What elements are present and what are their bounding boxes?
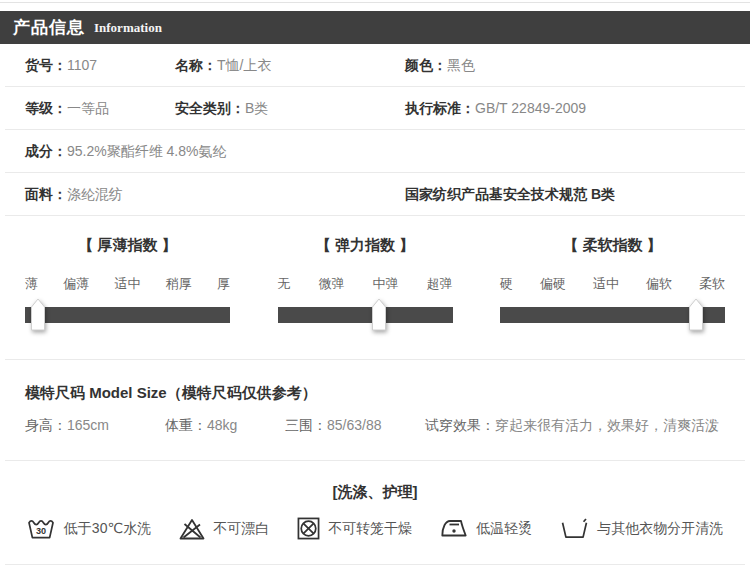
table-row: 面料：涤纶混纺 国家纺织产品基安全技术规范 B类 (0, 173, 750, 215)
care-label: 低于30℃水洗 (64, 520, 151, 538)
slider-scale-labels: 无 微弹 中弹 超弹 (278, 275, 453, 293)
field-color: 颜色：黑色 (405, 56, 750, 75)
field-product-name: 名称：T恤/上衣 (175, 56, 405, 75)
slider-scale-labels: 薄 偏薄 适中 稍厚 厚 (25, 275, 230, 293)
care-item-separate-wash: 与其他衣物分开清洗 (560, 518, 723, 539)
slider-thickness: 【 厚薄指数 】 薄 偏薄 适中 稍厚 厚 (25, 236, 230, 323)
svg-text:30: 30 (36, 526, 46, 536)
info-table: 货号：1107 名称：T恤/上衣 颜色：黑色 等级：一等品 安全类别：B类 执行… (0, 44, 750, 216)
scale-label: 稍厚 (166, 275, 192, 293)
care-section-title: [洗涤、护理] (0, 483, 750, 502)
product-info-page: 产品信息 Information 货号：1107 名称：T恤/上衣 颜色：黑色 … (0, 2, 750, 565)
no-bleach-icon (179, 518, 205, 540)
scale-label: 中弹 (373, 275, 399, 293)
scale-label: 柔软 (699, 275, 725, 293)
field-height: 身高：165cm (25, 416, 165, 435)
care-label: 不可漂白 (213, 520, 269, 538)
scale-label: 适中 (593, 275, 619, 293)
field-measurements: 三围：85/63/88 (285, 416, 425, 435)
field-national-standard: 国家纺织产品基安全技术规范 B类 (405, 185, 750, 204)
scale-label: 超弹 (427, 275, 453, 293)
slider-thumb[interactable] (688, 298, 703, 331)
slider-title: 【 柔软指数 】 (500, 236, 725, 255)
scale-label: 微弹 (319, 275, 345, 293)
section-header-bar: 产品信息 Information (0, 11, 750, 44)
slider-title: 【 厚薄指数 】 (25, 236, 230, 255)
table-row: 等级：一等品 安全类别：B类 执行标准：GB/T 22849-2009 (0, 87, 750, 129)
slider-thumb[interactable] (31, 298, 46, 331)
wash-30-icon: 30 (27, 517, 56, 540)
scale-label: 偏薄 (63, 275, 89, 293)
scale-label: 偏软 (646, 275, 672, 293)
field-fit-effect: 试穿效果：穿起来很有活力，效果好，清爽活泼 (425, 416, 725, 435)
care-item-no-tumble-dry: 不可转笼干燥 (297, 517, 412, 540)
slider-title: 【 弹力指数 】 (278, 236, 453, 255)
no-tumble-dry-icon (297, 517, 320, 540)
scale-label: 厚 (217, 275, 230, 293)
care-item-no-bleach: 不可漂白 (179, 518, 269, 540)
iron-low-icon (440, 518, 468, 539)
section-divider (5, 460, 745, 461)
scale-label: 适中 (115, 275, 141, 293)
slider-elasticity: 【 弹力指数 】 无 微弹 中弹 超弹 (278, 236, 453, 323)
top-divider (0, 2, 750, 3)
care-label: 不可转笼干燥 (328, 520, 412, 538)
field-composition: 成分：95.2%聚酯纤维 4.8%氨纶 (25, 142, 750, 161)
care-label: 与其他衣物分开清洗 (597, 520, 723, 538)
scale-label: 无 (278, 275, 291, 293)
model-size-section: 模特尺码 Model Size（模特尺码仅供参考） 身高：165cm 体重：48… (0, 360, 750, 435)
table-row: 货号：1107 名称：T恤/上衣 颜色：黑色 (0, 44, 750, 86)
field-fabric: 面料：涤纶混纺 (25, 185, 405, 204)
field-item-code: 货号：1107 (25, 56, 175, 75)
table-row: 成分：95.2%聚酯纤维 4.8%氨纶 (0, 130, 750, 172)
model-size-fields: 身高：165cm 体重：48kg 三围：85/63/88 试穿效果：穿起来很有活… (25, 416, 725, 435)
slider-track (278, 307, 453, 323)
scale-label: 薄 (25, 275, 38, 293)
slider-scale-labels: 硬 偏硬 适中 偏软 柔软 (500, 275, 725, 293)
slider-thumb[interactable] (372, 298, 387, 331)
index-sliders: 【 厚薄指数 】 薄 偏薄 适中 稍厚 厚 【 弹力指数 】 无 微弹 中弹 超… (0, 216, 750, 323)
model-size-heading: 模特尺码 Model Size（模特尺码仅供参考） (25, 384, 725, 403)
page-title: 产品信息 (13, 16, 85, 39)
care-label: 低温轻烫 (476, 520, 532, 538)
field-grade: 等级：一等品 (25, 99, 175, 118)
field-safety-class: 安全类别：B类 (175, 99, 405, 118)
bottom-divider (5, 564, 745, 565)
separate-wash-icon (560, 518, 589, 539)
field-standard: 执行标准：GB/T 22849-2009 (405, 99, 750, 118)
field-weight: 体重：48kg (165, 416, 285, 435)
scale-label: 硬 (500, 275, 513, 293)
slider-track (25, 307, 230, 323)
care-icons-row: 30 低于30℃水洗 不可漂白 不可转笼干燥 (0, 517, 750, 540)
slider-track (500, 307, 725, 323)
care-item-wash: 30 低于30℃水洗 (27, 517, 151, 540)
slider-softness: 【 柔软指数 】 硬 偏硬 适中 偏软 柔软 (500, 236, 725, 323)
page-subtitle: Information (94, 20, 162, 36)
scale-label: 偏硬 (540, 275, 566, 293)
care-item-iron-low: 低温轻烫 (440, 518, 532, 539)
